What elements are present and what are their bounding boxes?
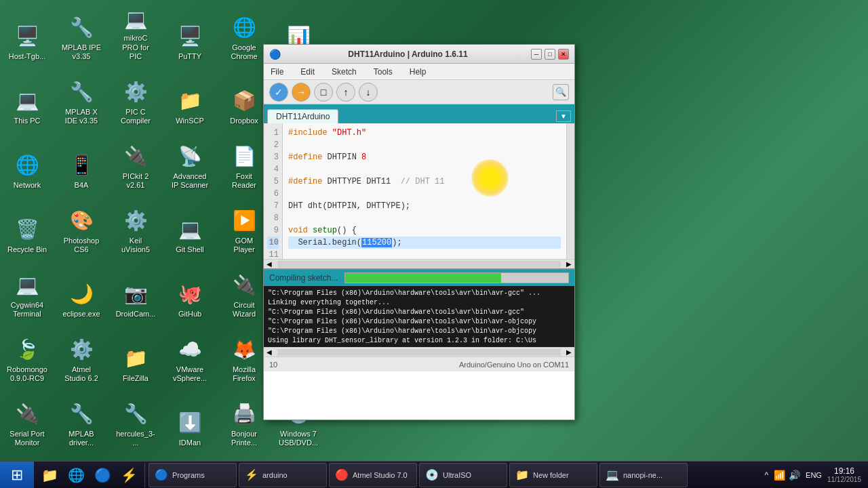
horizontal-scrollbar[interactable]: ◀ ▶ (264, 259, 574, 268)
console-hscroll-track[interactable] (277, 349, 561, 356)
photoshop-icon: 🎨 (68, 207, 95, 235)
start-button[interactable]: ⊞ (0, 462, 34, 488)
volume-tray-icon[interactable]: 🔊 (789, 470, 800, 481)
scroll-left-button[interactable]: ◀ (264, 260, 275, 268)
upload-button[interactable]: → (292, 83, 311, 102)
console-hscroll[interactable]: ◀ ▶ (264, 347, 574, 357)
icon-putty[interactable]: 🖥️ PuTTY (166, 3, 214, 64)
cygwin-label: Cygwin64 Terminal (7, 301, 47, 319)
menu-help[interactable]: Help (406, 66, 430, 78)
icon-droidcam[interactable]: 📷 DroidCam... (112, 261, 159, 322)
new-button[interactable]: □ (314, 83, 333, 102)
network-tray-icon[interactable]: 📶 (774, 470, 785, 481)
eclipse-icon: 🌙 (68, 281, 95, 308)
icon-robomongo[interactable]: 🍃 Robomongo 0.9.0-RC9 (3, 325, 51, 386)
menu-sketch[interactable]: Sketch (328, 66, 360, 78)
icon-mikroc-pro[interactable]: 💻 mikroC PRO for PIC (112, 3, 159, 64)
save-button[interactable]: ↓ (359, 83, 378, 102)
scroll-right-button[interactable]: ▶ (564, 260, 574, 268)
icon-git-shell[interactable]: 💻 Git Shell (166, 197, 214, 258)
cygwin-icon: 💻 (14, 272, 41, 299)
icon-mplab-ipe[interactable]: 🔧 MPLAB IPE v3.35 (58, 3, 105, 64)
icon-foxit-reader[interactable]: 📄 Foxit Reader (220, 132, 268, 193)
console-scroll-right[interactable]: ▶ (564, 348, 574, 356)
taskbar-atmel[interactable]: 🔴 Atmel Studio 7.0 (329, 463, 417, 487)
network-icon: 🌐 (14, 152, 41, 179)
console-line-4: "C:\Program Files (x86)\Arduino\hardware… (268, 317, 570, 327)
icon-advanced-ip-scanner[interactable]: 📡 Advanced IP Scanner (166, 132, 214, 193)
thispc-icon: 💻 (14, 87, 41, 115)
icon-github[interactable]: 🐙 GitHub (166, 261, 214, 322)
running-apps: 🔵 Programs ⚡ arduino 🔴 Atmel Studio 7.0 … (145, 463, 757, 487)
icon-keil[interactable]: ⚙️ Keil uVision5 (112, 197, 159, 258)
firefox-icon: 🦊 (231, 336, 258, 363)
scanner-label: Advanced IP Scanner (170, 172, 210, 190)
icon-eclipse[interactable]: 🌙 eclipse.exe (58, 261, 105, 322)
menu-tools[interactable]: Tools (370, 66, 396, 78)
serial-monitor-button[interactable]: 🔍 (553, 84, 569, 100)
taskbar-pin-arduino[interactable]: 🔵 (90, 463, 115, 487)
mplabdrv-label: MPLAB driver... (61, 430, 102, 447)
code-editor[interactable]: 12345 678910 1112131415 161718 #include … (264, 123, 574, 259)
icon-mplab-xide[interactable]: 🔧 MPLAB X IDE v3.35 (58, 68, 105, 129)
icon-pic-c[interactable]: ⚙️ PIC C Compiler (112, 68, 159, 129)
code-text-area[interactable]: #include "DHT.h" #define DHTPIN 8 #defin… (283, 123, 566, 259)
icon-filezilla[interactable]: 📁 FileZilla (112, 325, 159, 386)
taskbar-pin-arduino2[interactable]: ⚡ (117, 463, 141, 487)
system-tray: ^ 📶 🔊 ENG 19:16 11/12/2015 (757, 466, 868, 483)
hscroll-track[interactable] (277, 261, 561, 268)
taskbar-pin-explorer[interactable]: 📁 (37, 463, 62, 487)
bonjour-icon: 🖨️ (231, 401, 258, 428)
icon-google-chrome[interactable]: 🌐 Google Chrome (220, 3, 268, 64)
sketch-tab[interactable]: DHT11Arduino (267, 109, 338, 123)
icon-bonjour[interactable]: 🖨️ Bonjour Printe... (220, 390, 268, 451)
editor-scrollbar[interactable] (566, 123, 574, 259)
nanopi-taskbar-icon: 💻 (606, 468, 619, 481)
icon-winscp[interactable]: 📁 WinSCP (166, 68, 214, 129)
tray-eng[interactable]: ENG (806, 471, 822, 479)
console-scroll-left[interactable]: ◀ (264, 348, 275, 356)
icon-idman[interactable]: ⬇️ IDMan (166, 390, 214, 451)
icon-pickit2[interactable]: 🔌 PICkit 2 v2.61 (112, 132, 159, 193)
icon-mplab-driver[interactable]: 🔧 MPLAB driver... (58, 390, 105, 451)
icon-serial-port[interactable]: 🔌 Serial Port Monitor (3, 390, 51, 451)
minimize-button[interactable]: ─ (531, 49, 542, 60)
console-line-2: Linking everything together... (268, 298, 570, 308)
arduino-taskbar-label: arduino (262, 471, 288, 479)
taskbar-ultraiso[interactable]: 💿 UltraISO (419, 463, 507, 487)
maximize-button[interactable]: □ (545, 49, 555, 60)
taskbar-arduino[interactable]: ⚡ arduino (239, 463, 327, 487)
taskbar-programs[interactable]: 🔵 Programs (149, 463, 237, 487)
icon-dropbox[interactable]: 📦 Dropbox (220, 68, 268, 129)
icon-atmel-studio[interactable]: ⚙️ Atmel Studio 6.2 (58, 325, 105, 386)
open-button[interactable]: ↑ (336, 83, 355, 102)
taskbar-newfolder[interactable]: 📁 New folder (509, 463, 597, 487)
menu-edit[interactable]: Edit (297, 66, 318, 78)
putty-label: PuTTY (178, 52, 201, 61)
icon-network[interactable]: 🌐 Network (3, 132, 51, 193)
icon-vmware[interactable]: ☁️ VMware vSphere... (166, 325, 214, 386)
menu-file[interactable]: File (267, 66, 287, 78)
network-label: Network (14, 181, 41, 190)
tray-expand-button[interactable]: ^ (764, 470, 768, 480)
putty-icon: 🖥️ (176, 23, 203, 50)
taskbar-nanopi[interactable]: 💻 nanopi-ne... (599, 463, 688, 487)
icon-b4a[interactable]: 📱 B4A (58, 132, 105, 193)
icon-photoshop[interactable]: 🎨 Photoshop CS6 (58, 197, 105, 258)
robomongo-icon: 🍃 (14, 336, 41, 363)
tab-dropdown[interactable]: ▼ (556, 110, 571, 122)
icon-hercules[interactable]: 🔧 hercules_3-... (112, 390, 159, 451)
chrome-icon: 🌐 (231, 14, 258, 41)
taskbar-pin-chrome[interactable]: 🌐 (64, 463, 88, 487)
icon-gom-player[interactable]: ▶️ GOM Player (220, 197, 268, 258)
icon-firefox[interactable]: 🦊 Mozilla Firefox (220, 325, 268, 386)
icon-circuit-wizard[interactable]: 🔌 Circuit Wizard (220, 261, 268, 322)
icon-cygwin64[interactable]: 💻 Cygwin64 Terminal (3, 261, 51, 322)
icon-host-tgb[interactable]: 🖥️ Host-Tgb... (3, 3, 51, 64)
firefox-label: Mozilla Firefox (224, 365, 264, 383)
icon-recycle-bin[interactable]: 🗑️ Recycle Bin (3, 197, 51, 258)
icon-this-pc[interactable]: 💻 This PC (3, 68, 51, 129)
verify-button[interactable]: ✓ (269, 83, 288, 102)
tray-clock[interactable]: 19:16 11/12/2015 (827, 466, 861, 483)
close-button[interactable]: ✕ (558, 49, 569, 60)
